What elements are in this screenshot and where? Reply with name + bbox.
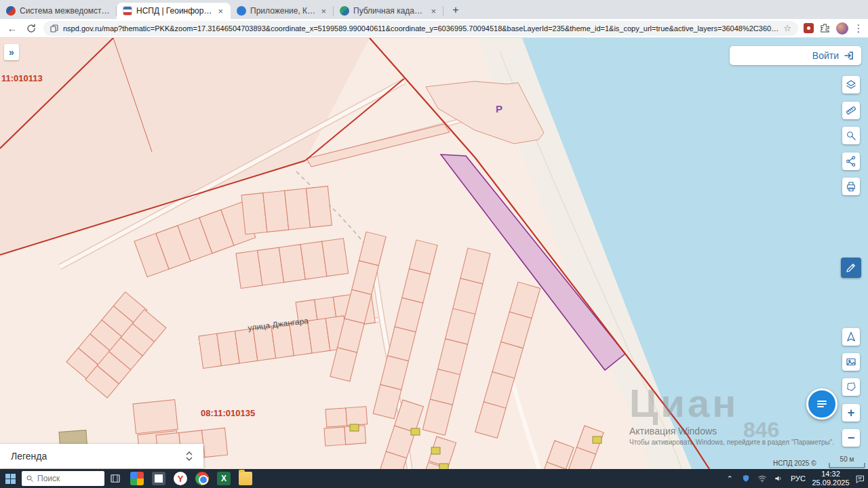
taskbar-app-yandex[interactable]: Y — [170, 469, 191, 488]
login-icon — [844, 50, 854, 61]
tab-title: Система межведомственного — [20, 6, 111, 16]
tab-title: Приложение, Классификатор — [250, 6, 315, 16]
quarter-label-top: 11:010113 — [1, 73, 43, 83]
extension-icon[interactable] — [804, 23, 814, 33]
taskbar-app-photos[interactable] — [126, 469, 148, 488]
image-icon — [845, 356, 857, 368]
scale-label: 50 м — [829, 455, 865, 463]
minus-icon: − — [848, 432, 855, 444]
map-canvas[interactable]: 11:010113 08:11:010135 улица Джангара Р — [0, 38, 868, 469]
chat-lines-icon — [815, 397, 829, 411]
locate-button[interactable] — [842, 328, 860, 346]
chat-fab-button[interactable] — [806, 388, 837, 420]
tab-favicon — [237, 6, 246, 16]
tab-nspd-active[interactable]: НСПД | Геоинформационный × — [117, 3, 231, 19]
tab-close-icon[interactable]: × — [319, 6, 328, 16]
taskbar: Y X ⌃ РУС 14:3225.09.2025 — [0, 469, 868, 488]
notification-icon — [855, 474, 865, 484]
layers-icon — [845, 79, 857, 91]
login-button[interactable]: Войти — [730, 46, 861, 65]
tab-title: НСПД | Геоинформационный — [136, 6, 212, 16]
clock-date: 25.09.2025 — [812, 479, 849, 487]
task-view-icon — [109, 472, 121, 485]
taskbar-search-input[interactable] — [37, 474, 92, 483]
tray-expand-icon[interactable]: ⌃ — [722, 469, 738, 488]
browser-urlbar: ← nspd.gov.ru/map?thematic=PKK&zoom=17.3… — [0, 19, 868, 38]
taskbar-app-grid[interactable] — [148, 469, 170, 488]
screenshot-button[interactable] — [842, 353, 860, 371]
grid-app-icon — [152, 472, 165, 485]
site-info-icon[interactable] — [50, 24, 58, 33]
zoom-in-button[interactable]: + — [842, 404, 860, 422]
scale-ruler — [829, 463, 865, 468]
ruler-icon — [845, 104, 857, 117]
tray-network[interactable] — [754, 469, 770, 488]
wifi-icon — [757, 474, 767, 483]
map-container: 11:010113 08:11:010135 улица Джангара Р … — [0, 38, 868, 469]
print-button[interactable] — [842, 178, 860, 195]
select-area-button[interactable] — [842, 378, 860, 396]
print-icon — [845, 180, 857, 192]
taskbar-app-folder[interactable] — [235, 469, 256, 488]
sidebar-expand-button[interactable]: » — [4, 44, 19, 60]
bookmark-star-icon[interactable]: ☆ — [783, 23, 791, 33]
shield-icon — [741, 474, 751, 483]
excel-icon: X — [217, 472, 231, 485]
tab-classifier[interactable]: Приложение, Классификатор × — [231, 3, 334, 19]
action-center-button[interactable] — [852, 469, 868, 488]
taskbar-app-chrome[interactable] — [191, 469, 213, 488]
measure-button[interactable] — [842, 102, 860, 119]
screen: Система межведомственного НСПД | Геоинфо… — [0, 0, 868, 488]
back-icon[interactable]: ← — [5, 22, 19, 35]
tray-volume[interactable] — [770, 469, 787, 488]
urlbar-actions: ⋮ — [804, 22, 863, 35]
extensions-puzzle-icon[interactable] — [820, 23, 830, 33]
start-button[interactable] — [0, 469, 20, 488]
quarter-label-bottom: 08:11:010135 — [201, 408, 255, 418]
url-text[interactable]: nspd.gov.ru/map?thematic=PKK&zoom=17.316… — [63, 24, 778, 33]
tab-favicon — [340, 6, 349, 16]
new-tab-button[interactable]: + — [448, 2, 464, 18]
windows-logo-icon — [5, 474, 16, 484]
search-area-button[interactable] — [842, 127, 860, 144]
task-view-button[interactable] — [104, 469, 126, 488]
plus-icon: + — [848, 407, 855, 419]
system-tray: ⌃ РУС 14:3225.09.2025 — [722, 469, 868, 488]
language-indicator[interactable]: РУС — [787, 469, 810, 488]
tab-pkk[interactable]: Публичная кадастровая карта × — [334, 3, 443, 19]
login-label: Войти — [812, 50, 839, 61]
parking-label: Р — [496, 103, 502, 115]
tab-title: Публичная кадастровая карта — [353, 6, 425, 16]
address-bar[interactable]: nspd.gov.ru/map?thematic=PKK&zoom=17.316… — [43, 21, 798, 36]
legend-panel[interactable]: Легенда — [0, 444, 203, 468]
draw-tool-button-active[interactable] — [841, 258, 861, 278]
refresh-icon[interactable] — [24, 22, 38, 35]
clock-time: 14:32 — [812, 470, 849, 479]
yandex-browser-icon: Y — [174, 472, 187, 485]
profile-avatar[interactable] — [836, 22, 848, 35]
legend-collapse-icon[interactable] — [184, 449, 194, 463]
zoom-out-button[interactable]: − — [842, 429, 860, 447]
browser-menu-icon[interactable]: ⋮ — [854, 22, 863, 35]
search-icon — [845, 129, 857, 142]
map-attribution: НСПД 2025 © — [773, 460, 816, 467]
chrome-icon — [195, 472, 209, 485]
share-button[interactable] — [842, 152, 860, 170]
tab-smev[interactable]: Система межведомственного — [0, 3, 117, 19]
location-arrow-icon — [845, 331, 857, 343]
edit-pen-icon — [845, 262, 857, 274]
search-icon — [26, 474, 34, 483]
tray-shield[interactable] — [738, 469, 754, 488]
taskbar-clock[interactable]: 14:3225.09.2025 — [810, 469, 852, 488]
taskbar-app-excel[interactable]: X — [213, 469, 235, 488]
folder-icon — [239, 472, 252, 485]
tab-favicon — [6, 6, 16, 16]
taskbar-search[interactable] — [22, 471, 104, 486]
browser-tabstrip: Система межведомственного НСПД | Геоинфо… — [0, 0, 868, 19]
tab-close-icon[interactable]: × — [429, 6, 437, 16]
tab-close-icon[interactable]: × — [216, 6, 224, 16]
legend-title: Легенда — [11, 451, 47, 462]
share-icon — [845, 155, 857, 167]
speaker-icon — [774, 474, 783, 483]
layers-button[interactable] — [842, 76, 860, 94]
